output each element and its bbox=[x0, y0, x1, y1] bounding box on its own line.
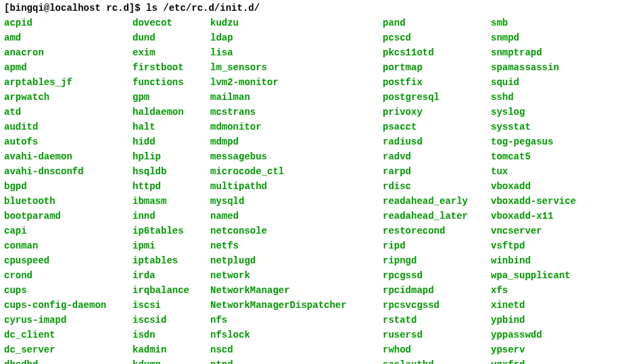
ls-entry: ypbind bbox=[491, 315, 614, 326]
ls-entry: rpcsvcgssd bbox=[383, 300, 491, 311]
ls-entry: dc_server bbox=[4, 344, 133, 355]
ls-entry: lisa bbox=[210, 47, 383, 58]
ls-entry: isdn bbox=[133, 330, 210, 340]
ls-entry: wpa_supplicant bbox=[491, 270, 614, 281]
ls-entry: postfix bbox=[383, 77, 491, 88]
ls-entry: netplugd bbox=[210, 255, 383, 266]
ls-entry: kadmin bbox=[133, 344, 210, 355]
ls-entry: postgresql bbox=[383, 92, 491, 103]
ls-entry: iscsi bbox=[133, 300, 210, 311]
ls-entry: rusersd bbox=[383, 330, 491, 340]
ls-entry: restorecond bbox=[383, 226, 491, 236]
ls-entry: mdmonitor bbox=[210, 122, 383, 132]
ls-entry: pand bbox=[383, 18, 491, 28]
ls-entry: firstboot bbox=[133, 62, 210, 73]
ls-entry: gpm bbox=[133, 92, 210, 103]
ls-entry: bootparamd bbox=[4, 211, 133, 222]
ls-entry: innd bbox=[133, 211, 210, 222]
ls-entry: cyrus-imapd bbox=[4, 315, 133, 326]
ls-entry: ip6tables bbox=[133, 226, 210, 236]
ls-entry: bgpd bbox=[4, 181, 133, 192]
ls-entry: nfslock bbox=[210, 330, 383, 340]
ls-entry: readahead_early bbox=[383, 196, 491, 207]
ls-entry: pkcs11otd bbox=[383, 47, 491, 58]
ls-entry: network bbox=[210, 270, 383, 281]
ls-entry: arpwatch bbox=[4, 92, 133, 103]
ls-entry: dovecot bbox=[133, 18, 210, 28]
ls-entry: apmd bbox=[4, 62, 133, 73]
ls-entry: mcstrans bbox=[210, 107, 383, 118]
ls-entry: tux bbox=[491, 166, 614, 177]
ls-entry: dund bbox=[133, 32, 210, 43]
ls-entry: NetworkManager bbox=[210, 285, 383, 296]
ls-entry: spamassassin bbox=[491, 62, 614, 73]
ls-entry: ntpd bbox=[210, 359, 383, 364]
ls-entry: kudzu bbox=[210, 18, 383, 28]
ls-entry: rdisc bbox=[383, 181, 491, 192]
ls-entry: vncserver bbox=[491, 226, 614, 236]
ls-entry: irqbalance bbox=[133, 285, 210, 296]
ls-entry: rpcgssd bbox=[383, 270, 491, 281]
ls-entry: haldaemon bbox=[133, 107, 210, 118]
ls-entry: capi bbox=[4, 226, 133, 236]
ls-entry: ripd bbox=[383, 240, 491, 251]
ls-entry: mysqld bbox=[210, 196, 383, 207]
ls-entry: radiusd bbox=[383, 136, 491, 147]
ls-entry: arptables_jf bbox=[4, 77, 133, 88]
ls-entry: exim bbox=[133, 47, 210, 58]
ls-entry: hsqldb bbox=[133, 166, 210, 177]
ls-entry: multipathd bbox=[210, 181, 383, 192]
ls-entry: autofs bbox=[4, 136, 133, 147]
ls-entry: mailman bbox=[210, 92, 383, 103]
ls-entry: radvd bbox=[383, 151, 491, 162]
ls-entry: saslauthd bbox=[383, 359, 491, 364]
ls-entry: squid bbox=[491, 77, 614, 88]
ls-entry: rpcidmapd bbox=[383, 285, 491, 296]
ls-entry: smb bbox=[491, 18, 614, 28]
ls-entry: avahi-dnsconfd bbox=[4, 166, 133, 177]
ls-entry: ripngd bbox=[383, 255, 491, 266]
ls-entry: pcscd bbox=[383, 32, 491, 43]
ls-entry: lm_sensors bbox=[210, 62, 383, 73]
ls-entry: lvm2-monitor bbox=[210, 77, 383, 88]
ls-entry: vboxadd-service bbox=[491, 196, 614, 207]
ls-entry: portmap bbox=[383, 62, 491, 73]
ls-entry: netfs bbox=[210, 240, 383, 251]
ls-entry: mdmpd bbox=[210, 136, 383, 147]
ls-entry: ibmasm bbox=[133, 196, 210, 207]
ls-entry: crond bbox=[4, 270, 133, 281]
ls-entry: xinetd bbox=[491, 300, 614, 311]
ls-entry: irda bbox=[133, 270, 210, 281]
ls-entry: psacct bbox=[383, 122, 491, 132]
ls-entry: NetworkManagerDispatcher bbox=[210, 300, 383, 311]
prompt-user-host: [bingqi@localhost rc.d]$ bbox=[4, 3, 141, 14]
ls-entry: microcode_ctl bbox=[210, 166, 383, 177]
ls-entry: conman bbox=[4, 240, 133, 251]
ls-output-grid: acpiddovecotkudzupandsmbamddundldappcscd… bbox=[4, 18, 614, 364]
ls-entry: ypxfrd bbox=[491, 359, 614, 364]
ls-entry: avahi-daemon bbox=[4, 151, 133, 162]
ls-entry: named bbox=[210, 211, 383, 222]
ls-entry: privoxy bbox=[383, 107, 491, 118]
ls-entry: hidd bbox=[133, 136, 210, 147]
ls-entry: readahead_later bbox=[383, 211, 491, 222]
ls-entry: functions bbox=[133, 77, 210, 88]
ls-entry: cups-config-daemon bbox=[4, 300, 133, 311]
ls-entry: cups bbox=[4, 285, 133, 296]
ls-entry: vboxadd-x11 bbox=[491, 211, 614, 222]
ls-entry: amd bbox=[4, 32, 133, 43]
ls-entry: syslog bbox=[491, 107, 614, 118]
ls-entry: dhcdbd bbox=[4, 359, 133, 364]
ls-entry: auditd bbox=[4, 122, 133, 132]
ls-entry: vsftpd bbox=[491, 240, 614, 251]
ls-entry: yppasswdd bbox=[491, 330, 614, 340]
ls-entry: rstatd bbox=[383, 315, 491, 326]
ls-entry: iptables bbox=[133, 255, 210, 266]
ls-entry: tog-pegasus bbox=[491, 136, 614, 147]
ls-entry: acpid bbox=[4, 18, 133, 28]
ls-entry: winbind bbox=[491, 255, 614, 266]
ls-entry: vboxadd bbox=[491, 181, 614, 192]
ls-entry: rwhod bbox=[383, 344, 491, 355]
ls-entry: messagebus bbox=[210, 151, 383, 162]
ls-entry: snmptrapd bbox=[491, 47, 614, 58]
